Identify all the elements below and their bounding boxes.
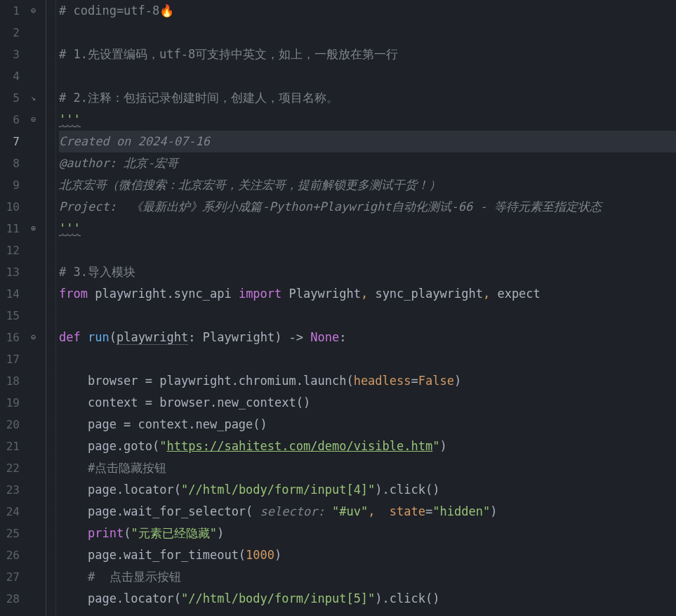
line-number[interactable]: 6 <box>0 109 20 131</box>
bool-false: False <box>418 374 454 388</box>
line-number[interactable]: 9 <box>0 174 20 196</box>
code-line[interactable]: page.wait_for_timeout(1000) <box>59 544 676 566</box>
code-line[interactable]: page = context.new_page() <box>59 414 676 435</box>
code-line[interactable]: from playwright.sync_api import Playwrig… <box>59 283 676 305</box>
line-number[interactable]: 14 <box>0 283 20 305</box>
line-number[interactable]: 10 <box>0 196 20 218</box>
code-line[interactable]: # 3.导入模块 <box>59 261 676 283</box>
string-literal: "//html/body/form/input[4]" <box>181 483 375 497</box>
code-line[interactable]: context = browser.new_context() <box>59 392 676 414</box>
fold-open-icon[interactable]: ⊖ <box>31 333 39 341</box>
line-number[interactable]: 20 <box>0 414 20 435</box>
fold-open-icon[interactable]: ⊖ <box>31 6 39 15</box>
code-area[interactable]: # coding=utf-8🔥 # 1.先设置编码，utf-8可支持中英文，如上… <box>56 0 676 616</box>
paren: ) <box>490 504 497 518</box>
code-line[interactable]: ''' <box>59 109 676 131</box>
paren: ) <box>454 374 461 388</box>
line-number[interactable]: 5 <box>0 87 20 109</box>
line-number[interactable]: 19 <box>0 392 20 414</box>
line-number[interactable]: 11 <box>0 218 20 240</box>
code-line[interactable] <box>59 22 676 44</box>
url-string: https://sahitest.com/demo/visible.htm <box>167 439 433 453</box>
line-number[interactable]: 1 <box>0 0 20 22</box>
string-quote: " <box>432 439 439 453</box>
comma: , <box>368 504 390 518</box>
code-line[interactable]: # 点击显示按钮 <box>59 566 676 588</box>
line-number[interactable]: 25 <box>0 523 20 544</box>
code-editor[interactable]: 1 2 3 4 5 6 7 8 9 10 11 12 13 14 15 16 1… <box>0 0 676 616</box>
code-text: ).click() <box>375 483 439 497</box>
kwarg-name: state <box>390 504 425 518</box>
line-number[interactable]: 21 <box>0 435 20 457</box>
code-line[interactable] <box>59 65 676 87</box>
code-line[interactable]: page.locator("//html/body/form/input[4]"… <box>59 479 676 501</box>
line-number[interactable]: 22 <box>0 457 20 479</box>
line-number[interactable]: 26 <box>0 544 20 566</box>
code-line[interactable]: page.locator("//html/body/form/input[5]"… <box>59 588 676 610</box>
comment-text: # coding=utf-8 <box>59 4 159 18</box>
code-line[interactable]: 北京宏哥（微信搜索：北京宏哥，关注宏哥，提前解锁更多测试干货！） <box>59 174 676 196</box>
line-number[interactable]: 4 <box>0 65 20 87</box>
comma: , <box>483 287 490 301</box>
code-line[interactable]: print("元素已经隐藏") <box>59 523 676 544</box>
docstring-text: 北京宏哥（微信搜索：北京宏哥，关注宏哥，提前解锁更多测试干货！） <box>59 178 441 192</box>
import-name: sync_playwright <box>368 287 483 301</box>
code-line[interactable]: ''' <box>59 218 676 240</box>
line-number-gutter[interactable]: 1 2 3 4 5 6 7 8 9 10 11 12 13 14 15 16 1… <box>0 0 27 616</box>
line-number-current[interactable]: 7 <box>0 131 20 152</box>
line-number[interactable]: 18 <box>0 370 20 392</box>
code-line-current[interactable]: Created on 2024-07-16 <box>59 131 676 152</box>
code-line[interactable]: #点击隐藏按钮 <box>59 457 676 479</box>
code-line[interactable] <box>59 348 676 370</box>
builtin-print: print <box>88 526 124 540</box>
kwarg-name: headless <box>354 374 411 388</box>
fold-open-icon[interactable]: ⊖ <box>31 115 39 124</box>
fold-marker-icon[interactable]: ↘ <box>31 93 39 102</box>
line-number[interactable]: 27 <box>0 566 20 588</box>
string-quote: " <box>159 439 166 453</box>
code-text: browser = playwright.chromium.launch( <box>59 374 354 388</box>
paren: ) <box>440 439 447 453</box>
paren: ( <box>110 330 117 344</box>
code-text: ).click() <box>375 591 439 605</box>
code-line[interactable] <box>59 240 676 261</box>
docstring-text: @author: 北京-宏哥 <box>59 156 178 170</box>
code-line[interactable]: Project: 《最新出炉》系列小成篇-Python+Playwright自动… <box>59 196 676 218</box>
code-text: page.wait_for_selector( <box>59 504 253 518</box>
line-number[interactable]: 8 <box>0 152 20 174</box>
line-number[interactable]: 12 <box>0 240 20 261</box>
docstring-quote: ''' <box>59 112 81 127</box>
line-number[interactable]: 2 <box>0 22 20 44</box>
code-line[interactable]: # coding=utf-8🔥 <box>59 0 676 22</box>
code-line[interactable]: # 1.先设置编码，utf-8可支持中英文，如上，一般放在第一行 <box>59 44 676 65</box>
parameter-name: playwright <box>117 330 188 345</box>
code-line[interactable]: def run(playwright: Playwright) -> None: <box>59 327 676 348</box>
code-line[interactable]: browser = playwright.chromium.launch(hea… <box>59 370 676 392</box>
line-number[interactable]: 23 <box>0 479 20 501</box>
code-line[interactable]: page.goto("https://sahitest.com/demo/vis… <box>59 435 676 457</box>
line-number[interactable]: 17 <box>0 348 20 370</box>
line-number[interactable]: 24 <box>0 501 20 523</box>
fold-column[interactable]: ⊖ ↘ ⊖ ⊕ ⊖ <box>27 0 46 616</box>
string-literal: "元素已经隐藏" <box>131 526 216 540</box>
line-number[interactable]: 13 <box>0 261 20 283</box>
line-number[interactable]: 28 <box>0 588 20 610</box>
code-text: page.goto( <box>59 439 159 453</box>
line-number[interactable]: 15 <box>0 305 20 327</box>
line-number[interactable]: 3 <box>0 44 20 65</box>
code-line[interactable]: # 2.注释：包括记录创建时间，创建人，项目名称。 <box>59 87 676 109</box>
string-literal: "#uv" <box>332 504 368 518</box>
code-text: page.wait_for_timeout( <box>59 548 246 562</box>
code-line[interactable]: page.wait_for_selector( selector: "#uv",… <box>59 501 676 523</box>
paren: ) <box>274 548 281 562</box>
fire-icon: 🔥 <box>159 4 174 18</box>
fold-closed-icon[interactable]: ⊕ <box>31 224 39 232</box>
import-name: expect <box>490 287 541 301</box>
comma: , <box>361 287 368 301</box>
code-line[interactable] <box>59 305 676 327</box>
arrow: ) -> <box>274 330 310 344</box>
indent <box>59 526 88 540</box>
code-line[interactable]: @author: 北京-宏哥 <box>59 152 676 174</box>
comment-text: #点击隐藏按钮 <box>59 461 166 475</box>
line-number[interactable]: 16 <box>0 327 20 348</box>
